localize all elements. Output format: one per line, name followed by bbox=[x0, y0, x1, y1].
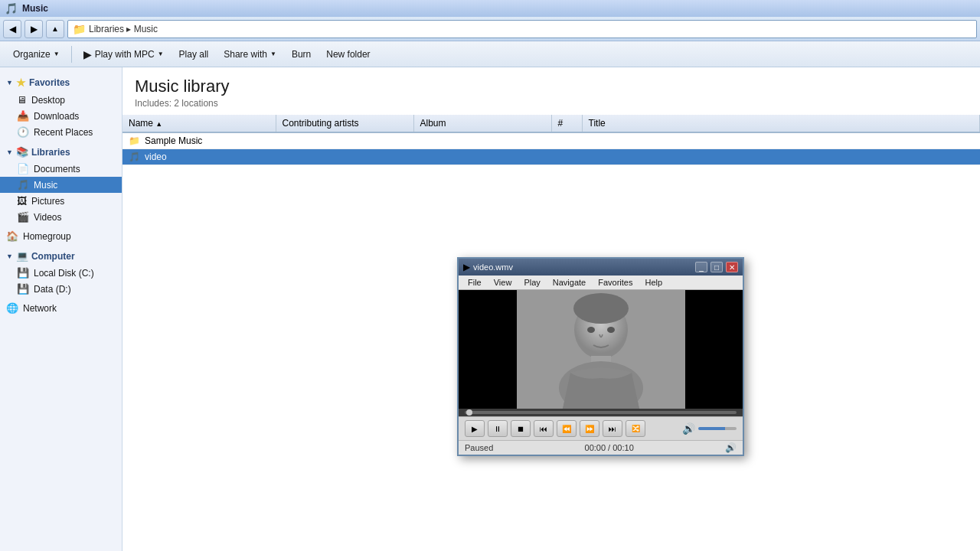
computer-expand-arrow: ▼ bbox=[6, 253, 13, 260]
table-row[interactable]: 🎵 video bbox=[122, 149, 980, 165]
new-folder-button[interactable]: New folder bbox=[319, 46, 377, 63]
col-artists-header[interactable]: Contributing artists bbox=[276, 115, 413, 132]
page-subtitle: Includes: 2 locations bbox=[135, 98, 968, 109]
volume-slider[interactable] bbox=[698, 427, 737, 430]
sidebar-item-recent-places[interactable]: 🕐 Recent Places bbox=[0, 124, 122, 140]
recent-places-label: Recent Places bbox=[34, 127, 93, 138]
stop-button[interactable]: ⏹ bbox=[511, 420, 531, 437]
network-section: 🌐 Network bbox=[0, 300, 122, 316]
shuffle-button[interactable]: 🔀 bbox=[626, 420, 645, 437]
prev-button[interactable]: ⏮ bbox=[534, 420, 554, 437]
sidebar-item-data-disk[interactable]: 💾 Data (D:) bbox=[0, 281, 122, 297]
pictures-icon: 🖼 bbox=[17, 195, 27, 207]
desktop-icon: 🖥 bbox=[17, 94, 27, 106]
player-seekbar[interactable] bbox=[459, 409, 743, 416]
main-layout: ▼ ★ Favorites 🖥 Desktop 📥 Downloads 🕐 Re… bbox=[0, 67, 980, 551]
address-bar: ◀ ▶ ▲ 📁 Libraries ▸ Music bbox=[0, 17, 980, 41]
fast-forward-button[interactable]: ⏩ bbox=[580, 420, 599, 437]
player-menu-view[interactable]: View bbox=[488, 276, 518, 289]
table-row[interactable]: 📁 Sample Music bbox=[122, 132, 980, 149]
player-menu-navigate[interactable]: Navigate bbox=[547, 276, 592, 289]
computer-label: Computer bbox=[31, 251, 75, 262]
homegroup-label: Homegroup bbox=[23, 231, 71, 242]
favorites-star-icon: ★ bbox=[16, 77, 26, 89]
local-disk-icon: 💾 bbox=[17, 267, 29, 279]
sidebar-item-desktop[interactable]: 🖥 Desktop bbox=[0, 92, 122, 108]
homegroup-icon: 🏠 bbox=[6, 230, 18, 242]
player-app-icon: ▶ bbox=[463, 262, 470, 272]
play-button[interactable]: ▶ bbox=[465, 420, 485, 437]
next-button[interactable]: ⏭ bbox=[603, 420, 622, 437]
window-icon: 🎵 bbox=[5, 2, 18, 15]
player-minimize-button[interactable]: _ bbox=[695, 262, 707, 272]
libraries-header[interactable]: ▼ 📚 Libraries bbox=[0, 143, 122, 161]
player-maximize-button[interactable]: □ bbox=[710, 262, 723, 272]
sidebar-item-homegroup[interactable]: 🏠 Homegroup bbox=[0, 228, 122, 244]
player-menu-file[interactable]: File bbox=[462, 276, 488, 289]
address-path[interactable]: 📁 Libraries ▸ Music bbox=[67, 20, 977, 38]
sidebar-item-music[interactable]: 🎵 Music bbox=[0, 177, 122, 193]
seekbar-thumb[interactable] bbox=[466, 409, 472, 416]
play-with-mpc-button[interactable]: ▶ Play with MPC ▼ bbox=[77, 45, 171, 64]
toolbar-separator-1 bbox=[71, 46, 72, 63]
burn-button[interactable]: Burn bbox=[285, 46, 318, 63]
play-mpc-dropdown-arrow: ▼ bbox=[158, 51, 164, 57]
sidebar: ▼ ★ Favorites 🖥 Desktop 📥 Downloads 🕐 Re… bbox=[0, 67, 122, 551]
forward-button[interactable]: ▶ bbox=[24, 20, 43, 38]
share-with-dropdown-arrow: ▼ bbox=[270, 51, 276, 57]
videos-label: Videos bbox=[34, 212, 61, 223]
rewind-button[interactable]: ⏪ bbox=[557, 420, 577, 437]
media-player-window: ▶ video.wmv _ □ ✕ File View Play Navigat… bbox=[457, 257, 744, 456]
sidebar-item-videos[interactable]: 🎬 Videos bbox=[0, 209, 122, 225]
player-status-text: Paused bbox=[465, 443, 493, 452]
pause-button[interactable]: ⏸ bbox=[488, 420, 508, 437]
col-title-header[interactable]: Title bbox=[582, 115, 980, 132]
col-name-header[interactable]: Name ▲ bbox=[122, 115, 276, 132]
player-close-button[interactable]: ✕ bbox=[726, 262, 738, 272]
network-label: Network bbox=[23, 303, 57, 314]
player-menu-favorites[interactable]: Favorites bbox=[592, 276, 639, 289]
libraries-icon: 📚 bbox=[16, 146, 28, 158]
computer-icon: 💻 bbox=[16, 250, 28, 262]
favorites-section: ▼ ★ Favorites 🖥 Desktop 📥 Downloads 🕐 Re… bbox=[0, 73, 122, 140]
content-area: Music library Includes: 2 locations Name… bbox=[122, 67, 980, 551]
organize-label: Organize bbox=[13, 49, 51, 60]
sidebar-item-local-disk[interactable]: 💾 Local Disk (C:) bbox=[0, 265, 122, 281]
svg-point-5 bbox=[587, 327, 595, 333]
music-icon: 🎵 bbox=[17, 179, 29, 191]
video-frame bbox=[517, 290, 685, 409]
col-number-header[interactable]: # bbox=[551, 115, 582, 132]
local-disk-label: Local Disk (C:) bbox=[34, 268, 94, 279]
computer-header[interactable]: ▼ 💻 Computer bbox=[0, 247, 122, 265]
player-menu-play[interactable]: Play bbox=[518, 276, 546, 289]
player-menu-help[interactable]: Help bbox=[639, 276, 668, 289]
sidebar-item-pictures[interactable]: 🖼 Pictures bbox=[0, 193, 122, 209]
pictures-label: Pictures bbox=[31, 196, 64, 207]
videos-icon: 🎬 bbox=[17, 211, 29, 223]
volume-icon: 🔊 bbox=[682, 422, 695, 435]
seekbar-track[interactable] bbox=[465, 411, 737, 414]
sidebar-item-downloads[interactable]: 📥 Downloads bbox=[0, 108, 122, 124]
back-button[interactable]: ◀ bbox=[3, 20, 21, 38]
path-text: Libraries ▸ Music bbox=[89, 24, 158, 34]
file-table: Name ▲ Contributing artists Album # Titl… bbox=[122, 115, 980, 165]
player-controls: ▶ ⏸ ⏹ ⏮ ⏪ ⏩ ⏭ 🔀 🔊 bbox=[459, 416, 743, 440]
volume-status-icon[interactable]: 🔊 bbox=[725, 442, 737, 453]
col-album-header[interactable]: Album bbox=[413, 115, 551, 132]
share-with-button[interactable]: Share with ▼ bbox=[217, 46, 283, 63]
up-button[interactable]: ▲ bbox=[46, 20, 64, 38]
player-title-text: video.wmv bbox=[473, 262, 692, 272]
sidebar-item-documents[interactable]: 📄 Documents bbox=[0, 161, 122, 177]
file-name-cell: 📁 Sample Music bbox=[129, 135, 270, 146]
sidebar-item-network[interactable]: 🌐 Network bbox=[0, 300, 122, 316]
play-mpc-label: Play with MPC bbox=[95, 49, 155, 60]
player-statusbar: Paused 00:00 / 00:10 🔊 bbox=[459, 440, 743, 455]
libraries-section: ▼ 📚 Libraries 📄 Documents 🎵 Music 🖼 Pict… bbox=[0, 143, 122, 225]
play-all-button[interactable]: Play all bbox=[172, 46, 216, 63]
burn-label: Burn bbox=[292, 49, 311, 60]
music-label: Music bbox=[34, 180, 57, 191]
downloads-label: Downloads bbox=[34, 111, 79, 122]
favorites-header[interactable]: ▼ ★ Favorites bbox=[0, 73, 122, 92]
title-bar: 🎵 Music bbox=[0, 0, 980, 17]
organize-button[interactable]: Organize ▼ bbox=[6, 46, 67, 63]
